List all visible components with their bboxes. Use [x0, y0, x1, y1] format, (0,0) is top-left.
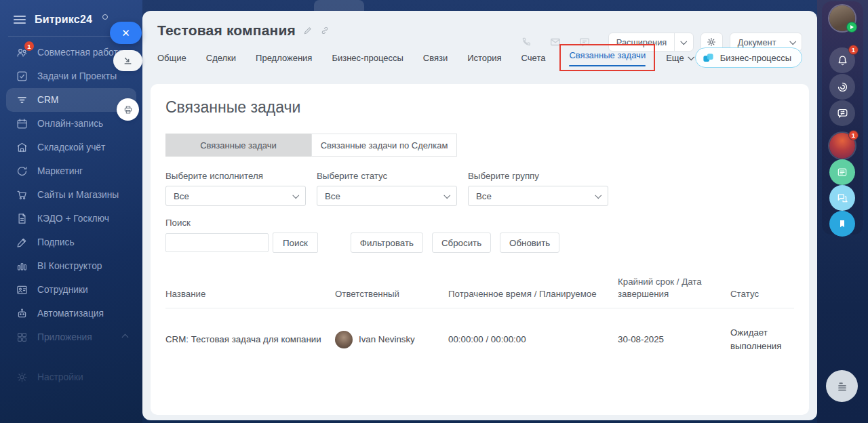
- task-responsible: Ivan Nevinsky: [335, 331, 448, 348]
- related-tasks-card: Связанные задачи Связанные задачи Связан…: [151, 84, 809, 415]
- sidebar-item-kedo[interactable]: КЭДО + Госключ: [0, 207, 142, 230]
- inner-tabs: Связанные задачи Связанные задачи по Сде…: [165, 134, 809, 157]
- search-input[interactable]: [165, 233, 269, 252]
- tab-bizproc[interactable]: Бизнес-процессы: [332, 53, 403, 63]
- gear-icon: [16, 371, 28, 384]
- pen-icon: [16, 236, 28, 249]
- filter-label: Выберите группу: [468, 171, 608, 181]
- group-select[interactable]: Все: [468, 186, 608, 206]
- sidebar-item-label: Приложения: [37, 332, 92, 342]
- copilot-button[interactable]: [829, 74, 855, 100]
- collapse-arrow-icon: [123, 56, 133, 66]
- print-button[interactable]: [117, 98, 139, 121]
- tab-deals[interactable]: Сделки: [206, 53, 236, 63]
- column-header-time: Потраченное время / Планируемое: [448, 288, 618, 300]
- user-avatar[interactable]: [829, 5, 855, 31]
- hamburger-menu-icon[interactable]: [14, 16, 26, 24]
- task-time: 00:00:00 / 00:00:00: [448, 334, 618, 344]
- chevron-down-icon: [443, 192, 450, 198]
- sidebar-item-label: Задачи и Проекты: [37, 71, 117, 81]
- chat-sync-icon: [836, 107, 849, 120]
- column-header-responsible: Ответственный: [335, 288, 448, 300]
- bookmark-icon: [837, 218, 848, 229]
- table-row[interactable]: CRM: Тестовая задача для компании Ivan N…: [165, 308, 794, 374]
- responsible-name[interactable]: Ivan Nevinsky: [359, 334, 415, 344]
- sidebar-item-marketing[interactable]: Маркетинг: [0, 159, 142, 183]
- tab-related-tasks-active[interactable]: Связанные задачи: [559, 44, 655, 71]
- tab-quotes[interactable]: Предложения: [256, 53, 312, 63]
- main-panel: Тестовая компания Расширени: [142, 11, 817, 420]
- search-button[interactable]: Поиск: [273, 233, 318, 253]
- tab-links[interactable]: Связи: [423, 53, 448, 63]
- sidebar-item-label: BI Конструктор: [37, 261, 102, 271]
- filter-group: Выберите группу Все: [468, 171, 608, 206]
- column-header-status: Статус: [730, 288, 794, 300]
- sidebar-menu: 1 Совместная работа Задачи и Проекты CRM: [0, 37, 142, 389]
- right-rail: 1 1: [817, 0, 868, 423]
- inner-tab-related-tasks[interactable]: Связанные задачи: [165, 134, 311, 157]
- bitrix24-app: Битрикс24 1 Совместная работа Задачи и П…: [0, 0, 868, 423]
- copy-link-icon[interactable]: [320, 26, 330, 35]
- id-card-icon: [16, 283, 28, 296]
- bar-chart-icon: [16, 260, 28, 273]
- collab-icon: 1: [16, 46, 28, 59]
- robot-icon: [16, 307, 28, 320]
- sidebar-item-automation[interactable]: Автоматизация: [0, 302, 142, 325]
- tasks-icon: [16, 70, 28, 83]
- inner-tab-related-tasks-by-deals[interactable]: Связанные задачи по Сделкам: [311, 134, 457, 157]
- refresh-button[interactable]: Обновить: [500, 233, 559, 253]
- sidebar-item-warehouse[interactable]: Складской учёт: [0, 136, 142, 159]
- tab-more[interactable]: Еще: [666, 53, 693, 63]
- sidebar-item-sites[interactable]: Сайты и Магазины: [0, 183, 142, 207]
- page-title: Тестовая компания: [157, 22, 296, 39]
- collab-badge: 1: [24, 41, 34, 51]
- task-deadline: 30-08-2025: [618, 334, 730, 344]
- play-icon: [850, 25, 854, 29]
- sidebar-item-label: Сайты и Магазины: [37, 190, 119, 200]
- printer-icon: [123, 104, 134, 115]
- sidebar-item-sign[interactable]: Подпись: [0, 230, 142, 254]
- marketing-icon: [16, 165, 28, 178]
- tab-invoices[interactable]: Счета: [521, 53, 546, 63]
- collapse-button[interactable]: [113, 50, 142, 71]
- sidebar-item-apps[interactable]: Приложения: [0, 325, 142, 349]
- chevron-down-icon: [292, 192, 298, 198]
- column-header-name: Название: [165, 288, 335, 300]
- chevron-down-icon: [595, 192, 601, 198]
- tab-general[interactable]: Общие: [157, 53, 186, 63]
- search-label: Поиск: [165, 218, 809, 228]
- notifications-button[interactable]: 1: [829, 47, 855, 73]
- assignee-select[interactable]: Все: [165, 186, 306, 206]
- calendar-icon: [16, 117, 28, 130]
- quick-menu-button[interactable]: [826, 370, 858, 402]
- news-button[interactable]: [829, 159, 855, 185]
- messenger-button[interactable]: [829, 100, 855, 126]
- sidebar-item-settings[interactable]: Настройки: [0, 365, 142, 389]
- brand-badge-icon: [102, 14, 108, 20]
- chats-button[interactable]: [829, 185, 855, 211]
- filter-label: Выберите исполнителя: [165, 171, 306, 181]
- bookmark-button[interactable]: [829, 211, 855, 237]
- sidebar-item-employees[interactable]: Сотрудники: [0, 278, 142, 302]
- chevron-up-icon: [122, 334, 129, 341]
- search-row: Поиск Фильтровать Сбросить Обновить: [165, 233, 809, 253]
- edit-title-icon[interactable]: [303, 26, 313, 35]
- tab-history[interactable]: История: [467, 53, 501, 63]
- business-processes-button[interactable]: Бизнес-процессы: [695, 47, 802, 68]
- close-button[interactable]: ✕: [110, 22, 142, 44]
- sidebar-item-bi[interactable]: BI Конструктор: [0, 254, 142, 278]
- column-header-deadline: Крайний срок / Дата завершения: [618, 276, 730, 300]
- status-badge: Ожидает выполнения: [730, 326, 791, 353]
- bell-icon: [836, 54, 849, 67]
- filter-reset-button[interactable]: Сбросить: [432, 233, 491, 253]
- filter-apply-button[interactable]: Фильтровать: [351, 233, 423, 253]
- avatar[interactable]: [335, 331, 353, 348]
- active-tab-underline: [569, 65, 646, 66]
- filter-action-buttons: Фильтровать Сбросить Обновить: [351, 233, 559, 253]
- task-name[interactable]: CRM: Тестовая задача для компании: [165, 334, 335, 344]
- assistant-avatar[interactable]: 1: [829, 133, 855, 159]
- newspaper-icon: [836, 166, 848, 178]
- sidebar-item-label: КЭДО + Госключ: [37, 214, 109, 224]
- sidebar-item-label: Подпись: [37, 237, 75, 247]
- status-select[interactable]: Все: [317, 186, 457, 206]
